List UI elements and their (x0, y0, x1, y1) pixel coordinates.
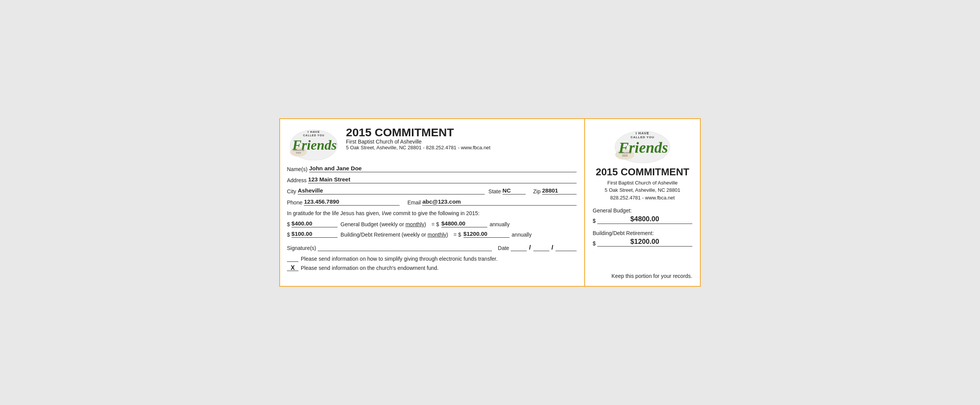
checkbox1-row: Please send information on how to simpli… (287, 256, 577, 262)
right-building-amount-row: $ (593, 238, 692, 247)
building-annually: annually (512, 232, 532, 238)
checkbox2-value: X (291, 265, 295, 271)
email-input[interactable] (422, 198, 577, 206)
signature-section: Signature(s) Date / / Please send inform… (287, 244, 577, 271)
date-year-input[interactable] (556, 245, 577, 251)
checkbox2-row: X Please send information on the church'… (287, 265, 577, 271)
church-address: 5 Oak Street, Asheville, NC 28801 - 828.… (346, 145, 490, 150)
general-desc: General Budget (weekly or monthly) (341, 221, 426, 227)
right-general-amount-input[interactable] (597, 215, 692, 224)
svg-text:I HAVE: I HAVE (636, 131, 649, 135)
general-amount-input[interactable] (292, 220, 338, 227)
city-state-zip-line: City State Zip (287, 187, 577, 194)
general-annually: annually (490, 221, 510, 227)
zip-input[interactable] (542, 187, 577, 194)
right-address-line2: 828.252.4781 - www.fbca.net (605, 194, 680, 202)
left-section: Stewardship 2015 I HAVE CALLED YOU Frien… (280, 119, 585, 286)
address-label: Address (287, 177, 306, 183)
building-amount-input[interactable] (292, 230, 338, 238)
general-annual-input[interactable] (441, 220, 487, 227)
date-group: Date / / (498, 244, 577, 251)
phone-input[interactable] (304, 198, 400, 206)
building-desc: Building/Debt Retirement (weekly or mont… (341, 232, 448, 238)
email-group: Email (407, 198, 577, 206)
right-building-dollar: $ (593, 240, 596, 247)
state-input[interactable] (503, 187, 526, 194)
checkbox2-box: X (287, 265, 298, 271)
right-general-dollar: $ (593, 218, 596, 224)
right-building-label: Building/Debt Retirement: (593, 230, 692, 236)
address-input[interactable] (308, 176, 577, 183)
svg-text:CALLED YOU: CALLED YOU (303, 134, 324, 137)
general-dollar: $ (287, 221, 290, 227)
address-line: Address (287, 176, 577, 183)
city-label: City (287, 188, 296, 194)
right-general-label: General Budget: (593, 207, 692, 214)
checkbox1-text: Please send information on how to simpli… (301, 256, 498, 262)
zip-label: Zip (533, 188, 541, 194)
phone-email-line: Phone Email (287, 198, 577, 206)
general-giving-row: $ General Budget (weekly or monthly) = $… (287, 220, 577, 227)
header: Stewardship 2015 I HAVE CALLED YOU Frien… (287, 126, 577, 160)
church-name: First Baptist Church of Asheville (346, 139, 490, 145)
building-monthly: monthly (428, 232, 446, 238)
building-annual-input[interactable] (464, 230, 510, 238)
building-giving-row: $ Building/Debt Retirement (weekly or mo… (287, 230, 577, 238)
svg-text:CALLED YOU: CALLED YOU (631, 136, 654, 139)
email-label: Email (407, 199, 421, 206)
city-input[interactable] (298, 187, 485, 194)
phone-label: Phone (287, 199, 302, 206)
right-general-amount-row: $ (593, 215, 692, 224)
commitment-title: 2015 COMMITMENT (346, 126, 490, 139)
gratitude-text: In gratitude for the life Jesus has give… (287, 210, 577, 216)
keep-text: Keep this portion for your records. (593, 269, 692, 279)
checkbox1-box (287, 256, 298, 262)
logo-area: Stewardship 2015 I HAVE CALLED YOU Frien… (287, 126, 341, 160)
state-label: State (488, 188, 501, 194)
names-line: Name(s) (287, 165, 577, 172)
zip-group: Zip (529, 187, 577, 194)
state-group: State (488, 187, 526, 194)
svg-text:Friends: Friends (292, 137, 337, 153)
date-day-input[interactable] (533, 245, 549, 251)
signature-row: Signature(s) Date / / (287, 244, 577, 251)
general-monthly: monthly (405, 221, 424, 227)
svg-text:Friends: Friends (618, 139, 668, 156)
names-input[interactable] (309, 165, 577, 172)
phone-group: Phone (287, 198, 400, 206)
header-text: 2015 COMMITMENT First Baptist Church of … (346, 126, 490, 150)
right-logo-area: Stewardship 2015 I HAVE CALLED YOU Frien… (612, 126, 673, 164)
checkbox2-text: Please send information on the church's … (301, 265, 439, 271)
date-label: Date (498, 245, 510, 251)
svg-text:I HAVE: I HAVE (308, 130, 320, 134)
right-commitment-title: 2015 COMMITMENT (596, 167, 689, 178)
right-address-line1: 5 Oak Street, Asheville, NC 28801 (605, 186, 680, 194)
right-building-amount-input[interactable] (597, 238, 692, 247)
right-section: Stewardship 2015 I HAVE CALLED YOU Frien… (585, 119, 700, 286)
commitment-form: Stewardship 2015 I HAVE CALLED YOU Frien… (279, 118, 701, 287)
date-month-input[interactable] (511, 245, 527, 251)
building-dollar: $ (287, 232, 290, 238)
names-label: Name(s) (287, 166, 308, 172)
right-church-name: First Baptist Church of Asheville (605, 179, 680, 187)
signature-label: Signature(s) (287, 245, 316, 251)
right-church-info: First Baptist Church of Asheville 5 Oak … (605, 179, 680, 202)
signature-input[interactable] (318, 244, 492, 251)
